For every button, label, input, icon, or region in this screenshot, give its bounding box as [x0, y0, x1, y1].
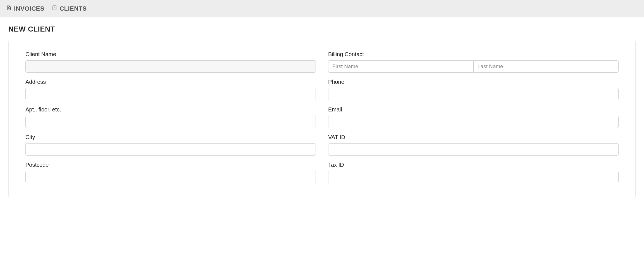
form-left-column: Client Name Address Apt., floor, etc. Ci… — [25, 51, 316, 189]
vat-id-input[interactable] — [328, 143, 619, 156]
billing-contact-name-row — [328, 60, 619, 73]
label-billing-contact: Billing Contact — [328, 51, 619, 58]
group-city: City — [25, 134, 316, 156]
group-billing-contact: Billing Contact — [328, 51, 619, 73]
label-postcode: Postcode — [25, 162, 316, 168]
group-vat-id: VAT ID — [328, 134, 619, 156]
group-email: Email — [328, 106, 619, 128]
document-icon — [6, 5, 12, 12]
apt-input[interactable] — [25, 116, 316, 128]
label-tax-id: Tax ID — [328, 162, 619, 168]
group-tax-id: Tax ID — [328, 162, 619, 183]
group-phone: Phone — [328, 79, 619, 100]
last-name-input[interactable] — [473, 60, 619, 73]
group-apt: Apt., floor, etc. — [25, 106, 316, 128]
address-input[interactable] — [25, 88, 316, 100]
nav-clients-label: CLIENTS — [59, 5, 87, 12]
form-grid: Client Name Address Apt., floor, etc. Ci… — [25, 51, 619, 189]
label-city: City — [25, 134, 316, 140]
form-card: Client Name Address Apt., floor, etc. Ci… — [8, 40, 636, 198]
nav-invoices[interactable]: INVOICES — [6, 5, 44, 12]
tax-id-input[interactable] — [328, 171, 619, 183]
email-input[interactable] — [328, 116, 619, 128]
page-content: NEW CLIENT Client Name Address Apt., flo… — [0, 17, 644, 209]
label-phone: Phone — [328, 79, 619, 85]
top-nav: INVOICES CLIENTS — [0, 0, 644, 17]
book-icon — [52, 5, 57, 12]
label-client-name: Client Name — [25, 51, 316, 58]
label-email: Email — [328, 106, 619, 113]
group-postcode: Postcode — [25, 162, 316, 183]
phone-input[interactable] — [328, 88, 619, 100]
city-input[interactable] — [25, 143, 316, 156]
client-name-input[interactable] — [25, 60, 316, 73]
group-client-name: Client Name — [25, 51, 316, 73]
nav-clients[interactable]: CLIENTS — [52, 5, 87, 12]
first-name-input[interactable] — [328, 60, 473, 73]
label-vat-id: VAT ID — [328, 134, 619, 140]
label-apt: Apt., floor, etc. — [25, 106, 316, 113]
label-address: Address — [25, 79, 316, 85]
group-address: Address — [25, 79, 316, 100]
page-title: NEW CLIENT — [8, 25, 636, 34]
nav-invoices-label: INVOICES — [14, 5, 44, 12]
form-right-column: Billing Contact Phone Email VAT ID — [328, 51, 619, 189]
postcode-input[interactable] — [25, 171, 316, 183]
